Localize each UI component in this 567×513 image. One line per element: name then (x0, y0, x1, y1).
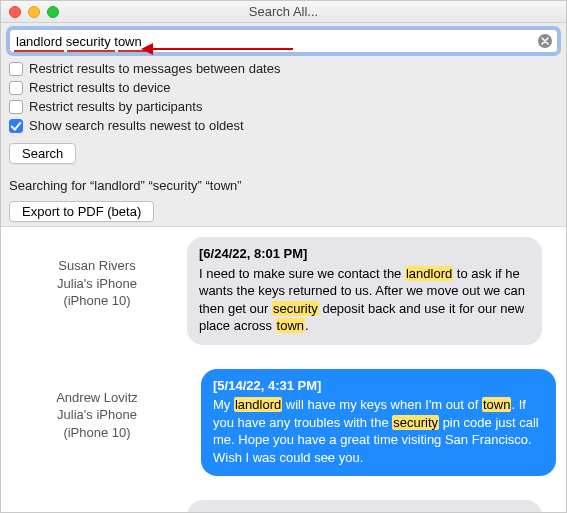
app-window: Search All... Restrict results to messag… (0, 0, 567, 513)
search-status: Searching for “landlord” “security” “tow… (1, 168, 566, 197)
export-pdf-button[interactable]: Export to PDF (beta) (9, 201, 154, 222)
message-timestamp: [6/24/22, 8:01 PM] (199, 245, 530, 263)
result-meta: Susan RiversJulia's iPhone(iPhone 10) (7, 237, 187, 345)
result-meta: Kate GoldsmithJulia's iPhone(iPhone 10) (7, 500, 187, 513)
option-label: Restrict results to device (29, 80, 171, 95)
traffic-lights (9, 6, 59, 18)
checkbox-icon[interactable] (9, 62, 23, 76)
checkbox-icon[interactable] (9, 81, 23, 95)
contact-name: Andrew Lovitz (7, 389, 187, 407)
message-bubble: [6/24/22, 8:01 PM]I need to make sure we… (187, 237, 542, 345)
device-line: Julia's iPhone (7, 275, 187, 293)
spellcheck-underline (14, 50, 64, 52)
spellcheck-underlines (14, 50, 148, 52)
checkbox-icon[interactable] (9, 100, 23, 114)
results-list[interactable]: Susan RiversJulia's iPhone(iPhone 10)[6/… (1, 226, 566, 513)
device-line: (iPhone 10) (7, 424, 187, 442)
message-bubble: [5/12/22, 5:57 PM]I forgot my security c… (187, 500, 542, 513)
device-line: (iPhone 10) (7, 292, 187, 310)
option-label: Show search results newest to oldest (29, 118, 244, 133)
device-line: Julia's iPhone (7, 406, 187, 424)
search-option[interactable]: Restrict results to messages between dat… (9, 59, 558, 78)
option-label: Restrict results by participants (29, 99, 202, 114)
window-title: Search All... (1, 4, 566, 19)
contact-name: Susan Rivers (7, 257, 187, 275)
result-row: Kate GoldsmithJulia's iPhone(iPhone 10)[… (1, 490, 566, 513)
spellcheck-underline (118, 50, 148, 52)
search-option[interactable]: Restrict results to device (9, 78, 558, 97)
search-options: Restrict results to messages between dat… (1, 57, 566, 139)
search-button[interactable]: Search (9, 143, 76, 164)
clear-search-icon[interactable] (538, 34, 552, 48)
message-timestamp: [5/12/22, 5:57 PM] (199, 508, 530, 513)
close-icon[interactable] (9, 6, 21, 18)
message-body: I need to make sure we contact the landl… (199, 265, 530, 335)
search-container (1, 23, 566, 57)
result-meta: Andrew LovitzJulia's iPhone(iPhone 10) (7, 369, 187, 477)
maximize-icon[interactable] (47, 6, 59, 18)
option-label: Restrict results to messages between dat… (29, 61, 280, 76)
spellcheck-underline (67, 50, 115, 52)
message-bubble: [5/14/22, 4:31 PM]My landlord will have … (201, 369, 556, 477)
result-row: Andrew LovitzJulia's iPhone(iPhone 10)[5… (1, 359, 566, 491)
result-row: Susan RiversJulia's iPhone(iPhone 10)[6/… (1, 227, 566, 359)
search-option[interactable]: Show search results newest to oldest (9, 116, 558, 135)
checkbox-icon[interactable] (9, 119, 23, 133)
message-timestamp: [5/14/22, 4:31 PM] (213, 377, 544, 395)
message-body: My landlord will have my keys when I'm o… (213, 396, 544, 466)
titlebar: Search All... (1, 1, 566, 23)
minimize-icon[interactable] (28, 6, 40, 18)
search-option[interactable]: Restrict results by participants (9, 97, 558, 116)
